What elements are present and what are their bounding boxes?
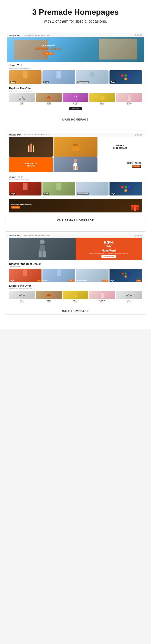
xmas-nav-home[interactable]: Home [24,134,27,136]
sale-nav-lookbook[interactable]: Lookbook [28,235,34,236]
sale-hero: 50% Sale Have Fun! Surprise your little … [9,238,142,260]
gifts-decoration [130,201,140,211]
very-special-text: VERY SPECIAL OFFERS! [24,162,38,167]
product-shoes[interactable]: SHOES $49.00 [36,93,62,105]
product-octopus[interactable]: KID RELAX $29.00 [63,93,88,105]
svg-point-36 [74,293,77,296]
product-grid-sale: BIKE $99.22 SHOES $49.00 [9,291,142,303]
sale-dress-icon [100,292,105,299]
xmas-cart-icon[interactable] [137,134,139,136]
sale-product-shoes[interactable]: SHOES $49.00 [36,291,62,303]
jump-subtitle: Sale in your favourite categories [7,68,144,70]
hero-shop-btn[interactable]: Shop Now [43,52,53,55]
category-accessories[interactable]: Accessories [76,70,109,84]
card-inner-main: TRENDY BABY Home Lookbook Shop Now Brand… [5,31,146,115]
sale-browser-icons [135,234,142,236]
product-price-4: $29.00 [116,104,142,105]
product-duck[interactable]: BELLA $39.00 [89,93,115,105]
nav-brands[interactable]: Brands [41,34,45,36]
svg-rect-25 [131,205,139,206]
xmas-nav-shop[interactable]: Shop Now [34,134,40,136]
discover-accessories[interactable]: Accessories 60% off [76,269,109,282]
sale-search-icon[interactable] [135,234,137,236]
brand-logo-sale: TRENDY BABY [9,235,21,236]
gifts-guide-btn[interactable]: Read More [11,206,20,208]
sale-nav-home[interactable]: Home [24,235,27,236]
xmas-cat-toys[interactable]: Toys [110,182,142,196]
discover-boys[interactable]: Boys Sale [9,269,41,282]
nav-pages[interactable]: Pages [46,34,49,36]
xmas-ring-blue [128,186,131,188]
xmas-ring-orange [124,189,127,192]
disc-girls-label: Girls [43,280,47,282]
product-price-3: $39.00 [89,104,115,105]
merry-christmas-text: MERRY CHRISTMAS! [113,144,127,150]
xmas-nav-brands[interactable]: Brands [41,134,45,136]
disc-girls-badge: Girls up [68,280,74,282]
sale-child-figure [9,238,76,260]
octopus-icon [73,94,78,101]
shoes-icon [45,96,52,100]
sale-desc: Surprise your little ones with adorable … [89,253,128,254]
search-icon[interactable] [135,34,137,36]
sale-cart-icon[interactable] [137,234,139,236]
xmas-cat-boys[interactable]: Boys [9,182,41,196]
nav-lookbook[interactable]: Lookbook [28,34,34,36]
sale-duck-icon [72,292,79,298]
page-title: 3 Premade Homepages [5,8,146,17]
toys-rings [120,74,132,80]
discover-girls[interactable]: Girls Girls up [42,269,75,282]
nav-shop[interactable]: Shop Now [34,34,40,36]
category-boys[interactable]: Boys [9,70,41,84]
disc-toys-label: Toys [110,280,114,282]
hero-figure-2 [99,38,137,60]
hero-text: Up to 50% Off SPRING SALE Shop Now [35,44,61,55]
xmas-user-icon[interactable] [140,134,142,136]
explore-section-main: Explore The Offer Explore all the offers… [7,86,144,113]
category-toys[interactable]: Toys [110,70,142,84]
xmas-toys-label: Toys [110,192,116,195]
sale-product-bike1[interactable]: BIKE $99.22 [9,291,35,303]
sale-nav-shop[interactable]: Shop Now [34,235,40,236]
sale-product-img-duck [63,291,88,299]
sale-shoes-icon [45,293,52,297]
category-girls[interactable]: Girls [42,70,75,84]
nav-home[interactable]: Home [24,34,27,36]
sale-word: Sale [106,245,111,248]
sale-product-price-2: $39.00 [63,301,88,303]
sale-product-bike2[interactable]: BIKE $99.22 [116,291,142,303]
xmas-cat-accessories[interactable]: Accessories [76,182,109,196]
discover-toys[interactable]: Toys Toy up [110,269,142,282]
product-bike[interactable]: BIKE $99.22 [9,93,35,105]
disc-boys-badge: Sale [37,280,41,282]
xmas-shop-btn[interactable]: Shop Now [132,165,141,168]
shop-now-button-main[interactable]: Shop Now [69,107,82,110]
shop-now-text: SHOP NOW [128,162,141,164]
main-hero: Up to 50% Off SPRING SALE Shop Now [7,38,144,62]
user-icon[interactable] [140,34,142,36]
sale-product-price-3: $29.00 [89,301,115,303]
xmas-cat-girls[interactable]: Girls [42,182,75,196]
christmas-text: CHRISTMAS! [113,147,127,149]
gifts-guide-text: Christmas Gifts Guide Read More [11,203,32,208]
product-img-shoes [36,93,62,102]
sale-ring-red [122,272,124,275]
xmas-search-icon[interactable] [135,134,137,136]
sale-explore-btn[interactable]: Explore the offers [101,255,116,258]
sale-product-dress[interactable]: KID RELAX $29.00 [89,291,115,303]
sale-nav-pages[interactable]: Pages [46,235,49,236]
christmas-hero-row1: MERRY CHRISTMAS! [7,137,144,157]
xmas-nav-lookbook[interactable]: Lookbook [28,134,34,136]
svg-point-7 [74,96,75,97]
product-price-1: $49.00 [36,104,62,105]
sale-percent: 50% [104,240,114,245]
main-homepage-label: MAIN HOMEPAGE [5,115,146,123]
product-dress[interactable]: KID RELAX $29.00 [116,93,142,105]
xmas-nav-pages[interactable]: Pages [46,134,49,136]
bike-icon [19,95,25,100]
sale-product-duck[interactable]: BELLA $39.00 [63,291,88,303]
sale-nav-brands[interactable]: Brands [41,235,45,236]
sale-user-icon[interactable] [140,234,142,236]
card-inner-sale: TRENDY BABY Home Lookbook Shop Now Brand… [5,232,146,307]
cart-icon[interactable] [137,34,139,36]
